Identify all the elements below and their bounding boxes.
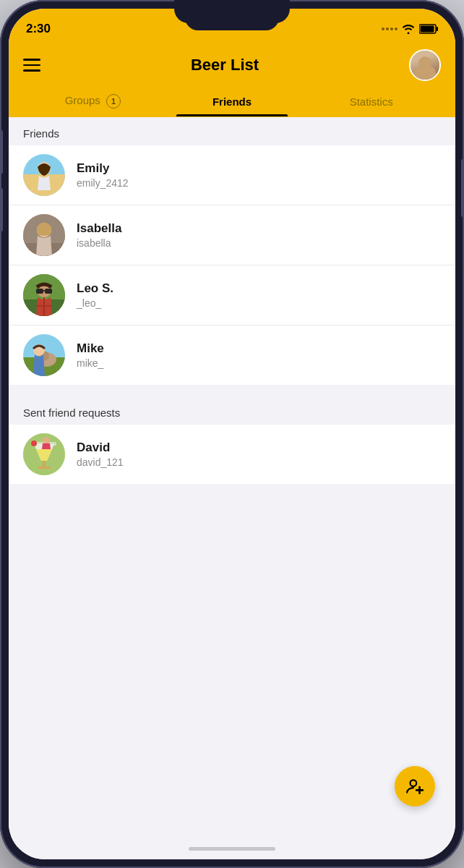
friends-list: Emily emily_2412: [9, 145, 455, 385]
sent-requests-list: David david_121: [9, 425, 455, 484]
tab-groups[interactable]: Groups 1: [23, 87, 163, 117]
friend-avatar-david: [23, 433, 65, 475]
svg-rect-29: [38, 467, 51, 469]
friend-item-mike[interactable]: Mike mike_: [9, 326, 455, 385]
friends-section-title: Friends: [23, 127, 59, 140]
friend-avatar-leo: [23, 274, 65, 316]
user-avatar[interactable]: [409, 49, 441, 81]
add-friend-button[interactable]: [395, 766, 435, 807]
svg-point-33: [43, 437, 50, 444]
svg-rect-15: [36, 289, 43, 294]
svg-point-32: [31, 441, 37, 446]
avatar-image: [411, 51, 439, 80]
tab-groups-label: Groups: [65, 94, 100, 106]
tab-friends-label: Friends: [212, 95, 252, 108]
volume-down-button[interactable]: [0, 188, 3, 231]
add-person-icon: [405, 777, 424, 796]
friend-avatar-isabella: [23, 214, 65, 256]
power-button[interactable]: [461, 159, 464, 217]
friend-name-david: David: [77, 441, 441, 455]
phone-screen: 2:30: [9, 9, 455, 859]
friend-info-emily: Emily emily_2412: [77, 161, 441, 189]
svg-point-34: [411, 780, 417, 786]
friend-avatar-mike: [23, 334, 65, 376]
friend-name-isabella: Isabella: [77, 221, 441, 236]
wifi-icon: [402, 24, 415, 34]
status-icons: [382, 24, 438, 34]
friend-username-david: david_121: [77, 456, 441, 468]
battery-icon: [419, 24, 438, 34]
svg-rect-1: [437, 27, 439, 31]
friend-name-emily: Emily: [77, 161, 441, 176]
friend-info-isabella: Isabella isabella: [77, 221, 441, 249]
friends-section-header: Friends: [9, 117, 455, 145]
sent-requests-section-title: Sent friend requests: [23, 407, 120, 419]
app-header: Beer List: [9, 43, 455, 87]
phone-frame: 2:30: [0, 0, 464, 868]
friend-item-isabella[interactable]: Isabella isabella: [9, 205, 455, 265]
hamburger-line-1: [23, 59, 40, 61]
friend-username-mike: mike_: [77, 357, 441, 369]
menu-button[interactable]: [23, 59, 40, 72]
friend-info-david: David david_121: [77, 441, 441, 468]
friend-item-david[interactable]: David david_121: [9, 425, 455, 484]
section-gap: [9, 385, 455, 396]
sent-requests-section-header: Sent friend requests: [9, 396, 455, 425]
friend-item-emily[interactable]: Emily emily_2412: [9, 145, 455, 205]
svg-rect-2: [421, 26, 434, 33]
friend-name-mike: Mike: [77, 341, 441, 356]
friend-info-mike: Mike mike_: [77, 341, 441, 369]
friend-avatar-emily: [23, 154, 65, 196]
tab-statistics-label: Statistics: [350, 95, 393, 108]
friend-username-isabella: isabella: [77, 237, 441, 249]
notch: [185, 9, 279, 30]
hamburger-line-3: [23, 69, 40, 72]
tab-bar: Groups 1 Friends Statistics: [9, 87, 455, 117]
home-bar: [189, 847, 275, 851]
home-indicator: [9, 841, 455, 859]
volume-up-button[interactable]: [0, 130, 3, 174]
svg-rect-16: [45, 289, 52, 294]
content-area: Friends: [9, 117, 455, 841]
hamburger-line-2: [23, 64, 40, 67]
friend-item-leo[interactable]: Leo S. _leo_: [9, 265, 455, 326]
friend-username-emily: emily_2412: [77, 177, 441, 189]
friend-info-leo: Leo S. _leo_: [77, 281, 441, 309]
tab-statistics[interactable]: Statistics: [301, 88, 441, 116]
tab-friends[interactable]: Friends: [163, 88, 302, 116]
signal-icon: [382, 27, 398, 30]
friend-username-leo: _leo_: [77, 297, 441, 309]
tab-groups-badge: 1: [106, 94, 121, 109]
app-title: Beer List: [191, 56, 259, 75]
status-time: 2:30: [26, 22, 51, 36]
friend-name-leo: Leo S.: [77, 281, 441, 296]
